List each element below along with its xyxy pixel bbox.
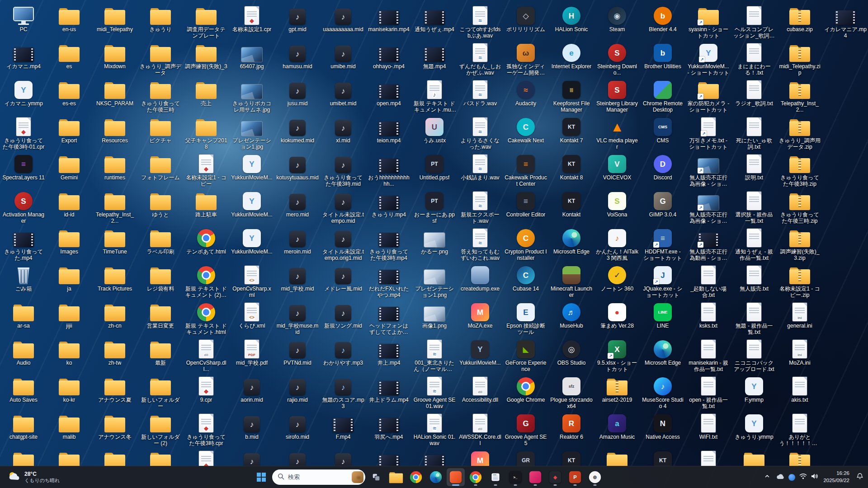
desktop-icon[interactable]: es-es xyxy=(47,78,91,114)
desktop-icon[interactable]: ◆名称未設定1 - コピー xyxy=(184,152,228,188)
desktop-icon[interactable]: dllAccessibility.dll xyxy=(458,374,502,410)
desktop-icon[interactable]: 新規 テキスト ドキュメント (2).html xyxy=(184,263,228,299)
desktop-icon[interactable]: airset2-2019 xyxy=(595,374,639,410)
desktop-icon[interactable]: PTおーまーにあ.ppsf xyxy=(413,189,456,225)
desktop-icon[interactable]: ≈よりうるさくなった.wav xyxy=(458,115,502,151)
desktop-icon[interactable]: ♪ xyxy=(276,448,319,466)
desktop-icon[interactable]: イカレマニア.mp4 xyxy=(824,4,867,40)
desktop-icon[interactable]: プレゼンテーション1.jpg xyxy=(230,115,274,151)
desktop-icon[interactable]: 無題.mp4 xyxy=(413,41,456,77)
file-explorer-button[interactable] xyxy=(387,468,405,486)
desktop-icon[interactable]: 新しいフォルダー xyxy=(139,374,182,410)
desktop-icon[interactable]: Google Chrome xyxy=(504,374,547,410)
desktop-icon[interactable]: ≈答え知ってもむずいわこれ.wav xyxy=(458,226,502,262)
notepad-button[interactable] xyxy=(486,468,505,486)
wifi-icon[interactable] xyxy=(799,473,807,481)
desktop-icon[interactable]: ◆きゅうり食ってた午後3時-01.cpr xyxy=(2,115,45,151)
desktop-icon[interactable]: zh-cn xyxy=(93,300,137,336)
desktop-icon[interactable]: KTKontakt 7 xyxy=(550,115,593,151)
desktop-icon[interactable]: ♪xl.mid xyxy=(321,115,365,151)
desktop-icon[interactable]: ♪PVTNd.mid xyxy=(276,337,319,373)
desktop-icon[interactable]: 父子キャンプ2018 xyxy=(184,115,228,151)
desktop-icon[interactable]: Telepathy_Inst_2... xyxy=(93,189,137,225)
desktop-icon[interactable]: ≈新規エクスポート.wav xyxy=(458,189,502,225)
desktop-icon[interactable]: ♪gpt.mid xyxy=(276,4,319,40)
desktop-icon[interactable]: ごみ箱 xyxy=(2,263,45,299)
desktop-icon[interactable]: ♪かんたん！AITalk 3 関西風 xyxy=(595,226,639,262)
desktop-icon[interactable]: 路上駐車 xyxy=(184,189,228,225)
desktop-icon[interactable]: ar-sa xyxy=(2,300,45,336)
chrome-window-button[interactable] xyxy=(467,468,485,486)
desktop-icon[interactable]: ありがとう！！！！！！.txt xyxy=(778,411,821,447)
desktop-icon[interactable]: |||Keepforest File Manager xyxy=(550,78,593,114)
desktop-icon[interactable]: inigeneral.ini xyxy=(778,300,821,336)
desktop-icon[interactable]: アナウンス夏 xyxy=(93,374,137,410)
desktop-icon[interactable]: M xyxy=(458,448,502,466)
desktop-icon[interactable]: SSteinberg Library Manager xyxy=(595,78,639,114)
desktop-icon[interactable]: 無題 - 親作品一覧.txt xyxy=(732,300,776,336)
desktop-icon[interactable]: F.mp4 xyxy=(321,411,365,447)
desktop-icon[interactable]: VVOICEVOX xyxy=(595,152,639,188)
desktop-icon[interactable]: きゅうり食ってた.mp4 xyxy=(2,226,45,262)
desktop-icon[interactable]: dllAWSSDK.Core.dll xyxy=(458,411,502,447)
desktop-icon[interactable]: YYukkuriMovieM... xyxy=(230,189,274,225)
desktop-icon[interactable]: SSteinberg Downlo... xyxy=(595,41,639,77)
desktop-icon[interactable]: ksks.txt xyxy=(687,300,730,336)
volume-icon[interactable] xyxy=(811,473,818,481)
desktop-icon[interactable]: RReaktor 6 xyxy=(550,411,593,447)
desktop-icon[interactable]: GGIMP 3.0.4 xyxy=(641,189,684,225)
desktop-icon[interactable]: 調声練習(失敗)_3.zip xyxy=(778,226,821,262)
desktop-icon[interactable]: 羽尻へ.mp4 xyxy=(367,411,410,447)
desktop-icon[interactable]: ▲VLC media player xyxy=(595,115,639,151)
desktop-icon[interactable]: YYukkuriMovieM... - ショートカット xyxy=(687,41,730,77)
desktop-icon[interactable]: CCrypton Product Installer xyxy=(504,226,547,262)
desktop-icon[interactable]: 新規 テキスト ドキュメント.html xyxy=(184,300,228,336)
desktop-icon[interactable]: Auto Saves xyxy=(2,374,45,410)
desktop-icon[interactable] xyxy=(367,448,410,466)
desktop-icon[interactable]: DDiscord xyxy=(641,152,684,188)
weather-widget[interactable]: 28°C くもりのち晴れ xyxy=(5,466,63,488)
desktop-icon[interactable]: manisekarin - 親作品一覧.txt xyxy=(687,337,730,373)
desktop-icon[interactable] xyxy=(687,448,730,466)
desktop-icon[interactable]: ◇ポリリリリズム xyxy=(504,4,547,40)
search-highlight-image[interactable] xyxy=(352,471,363,483)
desktop-icon[interactable]: Microsoft Edge xyxy=(550,226,593,262)
active-app-button[interactable] xyxy=(447,468,465,486)
desktop-icon[interactable]: Yきゅうり.ymmp xyxy=(732,411,776,447)
desktop-icon[interactable]: ♪ xyxy=(321,448,365,466)
desktop-icon[interactable] xyxy=(139,448,182,466)
desktop-icon[interactable]: CCakewalk Next xyxy=(504,115,547,151)
desktop-icon[interactable]: ニコニコバックアップロード.txt xyxy=(732,337,776,373)
desktop-icon[interactable]: ♪ xyxy=(230,448,274,466)
desktop-icon[interactable]: chatgpt-site xyxy=(2,411,45,447)
desktop-icon[interactable]: ko-kr xyxy=(47,374,91,410)
desktop-icon[interactable]: en-us xyxy=(47,4,91,40)
desktop-icon[interactable]: PDFmid_学校.pdf xyxy=(230,337,274,373)
desktop-icon[interactable]: KTKontakt 8 xyxy=(550,152,593,188)
desktop-icon[interactable]: ヘッドフォンはずしててよかった.mp4 xyxy=(367,300,410,336)
desktop-icon[interactable]: 井上.mp4 xyxy=(367,337,410,373)
desktop-icon[interactable]: SVoiSona xyxy=(595,189,639,225)
desktop-icon[interactable]: かるー.png xyxy=(413,226,456,262)
desktop-icon[interactable]: PC xyxy=(2,4,45,40)
desktop-icon[interactable]: ≡Cakewalk Product Center xyxy=(504,152,547,188)
desktop-icon[interactable]: Images xyxy=(47,226,91,262)
desktop-icon[interactable]: sfzPlogue sforzando x64 xyxy=(550,374,593,410)
desktop-icon[interactable]: YF.ymmp xyxy=(732,374,776,410)
desktop-icon[interactable]: ラジオ_歌詞.txt xyxy=(732,78,776,114)
desktop-icon[interactable]: X9.5.xlsx - ショートカット xyxy=(595,337,639,373)
desktop-icon[interactable]: ♪新規ソング.mid xyxy=(321,300,365,336)
desktop-icon[interactable] xyxy=(413,448,456,466)
desktop-icon[interactable]: TimeTune xyxy=(93,226,137,262)
desktop-icon[interactable]: ≈小銭詰まり.wav xyxy=(458,152,502,188)
desktop-icon[interactable]: ♪mero.mid xyxy=(276,189,319,225)
desktop-icon[interactable]: ≈こつてohすおfdsbぶあ.wav xyxy=(458,4,502,40)
desktop-icon[interactable]: manisekarin.mp4 xyxy=(367,4,410,40)
desktop-icon[interactable]: Track Pictures xyxy=(93,263,137,299)
desktop-icon[interactable]: eInternet Explorer xyxy=(550,41,593,77)
desktop-icon[interactable]: SActivation Manager xyxy=(2,189,45,225)
desktop-icon[interactable]: jijii xyxy=(47,300,91,336)
desktop-icon[interactable]: malib xyxy=(47,411,91,447)
desktop-icon[interactable]: ≈HALion Sonic 01.wav xyxy=(413,411,456,447)
desktop-icon[interactable]: ◎OBS Studio xyxy=(550,337,593,373)
